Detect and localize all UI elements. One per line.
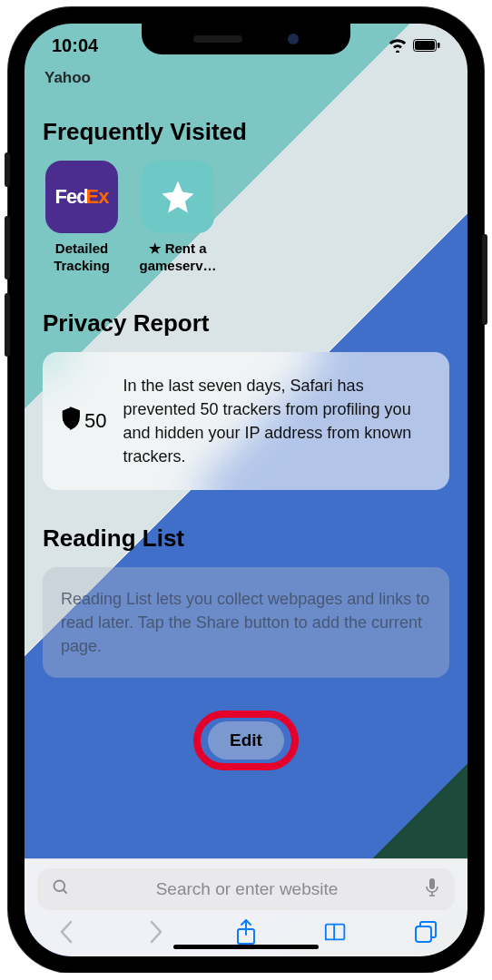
forward-button[interactable] <box>143 919 169 945</box>
home-indicator[interactable] <box>173 945 319 949</box>
notch <box>142 24 350 54</box>
privacy-tracker-count: 50 <box>61 407 106 436</box>
iphone-frame: 10:04 Yahoo Frequently Visited FedEx Det… <box>8 7 484 973</box>
microphone-icon[interactable] <box>424 877 440 901</box>
svg-rect-2 <box>438 43 440 48</box>
shield-icon <box>61 407 81 436</box>
frequently-visited-item[interactable]: ★ Rent a gameserv… <box>139 161 217 275</box>
share-button[interactable] <box>233 919 259 945</box>
url-bar[interactable]: Search or enter website <box>37 868 455 910</box>
fedex-icon: FedEx <box>45 161 118 233</box>
star-icon <box>142 161 214 233</box>
frequently-visited-title: Frequently Visited <box>43 118 449 146</box>
back-button[interactable] <box>54 919 79 945</box>
bookmarks-button[interactable] <box>323 919 349 945</box>
frequently-visited-label: ★ Rent a gameserv… <box>139 240 217 275</box>
privacy-report-title: Privacy Report <box>43 309 449 338</box>
svg-rect-10 <box>416 926 431 942</box>
bottom-toolbar: Search or enter website <box>25 858 467 956</box>
privacy-report-summary: In the last seven days, Safari has preve… <box>123 374 431 468</box>
privacy-report-card[interactable]: 50 In the last seven days, Safari has pr… <box>43 352 449 490</box>
svg-point-3 <box>54 881 65 892</box>
reading-list-card[interactable]: Reading List lets you collect webpages a… <box>43 567 449 678</box>
frequently-visited-label: Detailed Tracking <box>43 240 121 275</box>
reading-list-empty-text: Reading List lets you collect webpages a… <box>61 590 429 655</box>
svg-line-4 <box>64 890 67 894</box>
tabs-button[interactable] <box>413 919 438 945</box>
cutoff-favorite-label: Yahoo <box>44 69 449 87</box>
url-bar-placeholder: Search or enter website <box>81 879 413 899</box>
svg-rect-5 <box>429 878 435 889</box>
search-icon <box>52 878 70 900</box>
annotation-highlight: Edit <box>193 710 299 770</box>
wifi-icon <box>388 38 408 53</box>
reading-list-title: Reading List <box>43 524 449 553</box>
svg-rect-1 <box>415 41 435 50</box>
frequently-visited-row: FedEx Detailed Tracking ★ Rent a gameser… <box>43 161 449 275</box>
frequently-visited-item[interactable]: FedEx Detailed Tracking <box>43 161 121 275</box>
screen: 10:04 Yahoo Frequently Visited FedEx Det… <box>25 24 467 956</box>
battery-icon <box>413 39 440 52</box>
start-page-content[interactable]: Yahoo Frequently Visited FedEx Detailed … <box>25 67 467 858</box>
edit-button[interactable]: Edit <box>208 721 284 760</box>
status-time: 10:04 <box>52 35 98 56</box>
